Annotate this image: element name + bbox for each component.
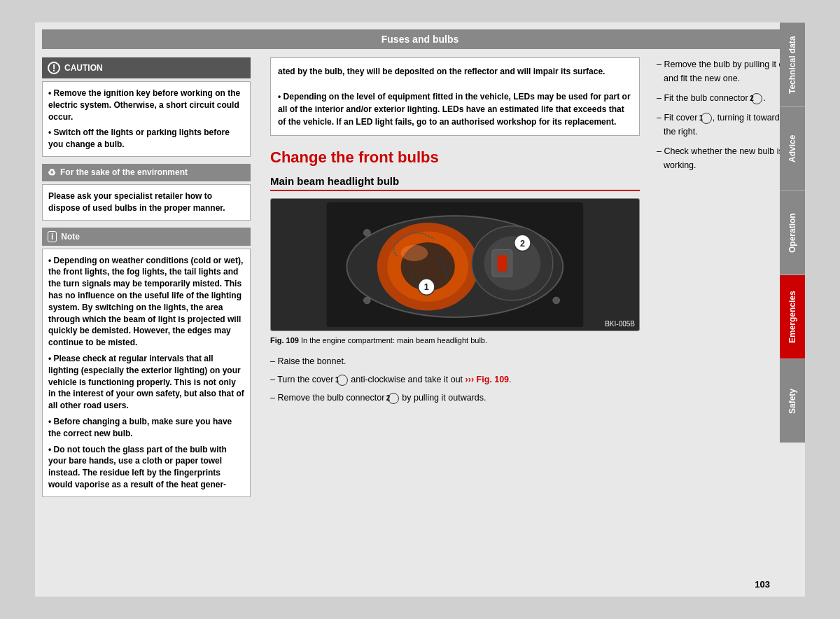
- environment-icon: ♻: [48, 167, 56, 178]
- tab-safety-label: Safety: [788, 388, 797, 413]
- section-title: Change the front bulbs: [270, 148, 640, 167]
- caution-title: CAUTION: [64, 63, 103, 73]
- right-circle-1: 1: [701, 113, 712, 124]
- svg-rect-8: [498, 255, 507, 271]
- environment-text: Please ask your specialist retailer how …: [48, 191, 225, 213]
- caution-content: • Remove the ignition key before working…: [42, 81, 251, 157]
- svg-text:2: 2: [520, 238, 525, 248]
- step-2: Turn the cover 1 anti-clockwise and take…: [270, 373, 640, 387]
- note-item-3: • Before changing a bulb, make sure you …: [48, 416, 244, 440]
- right-step-1: Remove the bulb by pulling it out and fi…: [657, 57, 798, 85]
- tab-operation[interactable]: Operation: [780, 190, 805, 274]
- note-icon: i: [48, 231, 57, 242]
- bki-code: BKI-005B: [605, 320, 635, 328]
- subsection-title: Main beam headlight bulb: [270, 175, 640, 191]
- svg-point-15: [364, 229, 371, 236]
- fig-caption: Fig. 109 In the engine compartment: main…: [270, 335, 640, 346]
- note-header: i Note: [42, 228, 251, 246]
- tab-safety[interactable]: Safety: [780, 359, 805, 443]
- info-text-2: • Depending on the level of equipment fi…: [278, 90, 632, 128]
- tab-technical-data-label: Technical data: [788, 36, 797, 93]
- note-title: Note: [61, 232, 80, 242]
- caution-header: ! CAUTION: [42, 57, 251, 78]
- headlight-image: 1 2 BKI-005B: [270, 198, 640, 331]
- right-step-4: Check whether the new bulb is working.: [657, 144, 798, 172]
- svg-point-14: [553, 297, 560, 304]
- circle-1: 1: [337, 375, 348, 386]
- step-1: Raise the bonnet.: [270, 354, 640, 368]
- step-3: Remove the bulb connector 2 by pulling i…: [270, 391, 640, 405]
- note-item-4: • Do not touch the glass part of the bul…: [48, 444, 244, 491]
- tab-advice-label: Advice: [788, 135, 797, 162]
- note-item-1: • Depending on weather conditions (cold …: [48, 255, 244, 349]
- svg-point-16: [401, 245, 428, 261]
- caution-item-1: • Remove the ignition key before working…: [48, 88, 244, 123]
- right-steps: Remove the bulb by pulling it out and fi…: [657, 57, 798, 172]
- tab-emergencies[interactable]: Emergencies: [780, 274, 805, 359]
- tab-technical-data[interactable]: Technical data: [780, 22, 805, 106]
- fig-number: Fig. 109: [270, 336, 299, 345]
- svg-point-13: [364, 297, 371, 304]
- tab-advice[interactable]: Advice: [780, 106, 805, 190]
- fig-ref: ››› Fig. 109: [465, 375, 510, 384]
- caution-icon: !: [48, 62, 60, 74]
- page-content: ! CAUTION • Remove the ignition key befo…: [42, 57, 798, 497]
- right-step-2: Fit the bulb connector 2.: [657, 91, 798, 105]
- note-item-2: • Please check at regular intervals that…: [48, 353, 244, 412]
- fig-caption-text: In the engine compartment: main beam hea…: [301, 336, 487, 345]
- note-content: • Depending on weather conditions (cold …: [42, 249, 251, 497]
- header-title: Fuses and bulbs: [382, 34, 458, 45]
- info-text-1: ated by the bulb, they will be deposited…: [278, 65, 632, 78]
- middle-column: ated by the bulb, they will be deposited…: [259, 57, 651, 497]
- page-outer: Fuses and bulbs ! CAUTION • Remove the i…: [35, 22, 805, 597]
- caution-item-2: • Switch off the lights or parking light…: [48, 127, 244, 151]
- right-step-3: Fit cover 1, turning it towards the righ…: [657, 111, 798, 139]
- info-box: ated by the bulb, they will be deposited…: [270, 57, 640, 136]
- svg-text:1: 1: [424, 282, 429, 292]
- tab-emergencies-label: Emergencies: [788, 291, 797, 343]
- environment-title: For the sake of the environment: [60, 167, 188, 177]
- side-tabs: Technical data Advice Operation Emergenc…: [780, 22, 805, 443]
- steps-list: Raise the bonnet. Turn the cover 1 anti-…: [270, 354, 640, 405]
- left-column: ! CAUTION • Remove the ignition key befo…: [42, 57, 259, 497]
- environment-header: ♻ For the sake of the environment: [42, 164, 251, 181]
- page-number: 103: [755, 579, 770, 590]
- environment-content: Please ask your specialist retailer how …: [42, 184, 251, 221]
- right-circle-2: 2: [751, 93, 762, 104]
- circle-2: 2: [388, 393, 399, 404]
- page-header: Fuses and bulbs: [42, 29, 798, 49]
- right-column: Remove the bulb by pulling it out and fi…: [651, 57, 798, 497]
- tab-operation-label: Operation: [788, 213, 797, 253]
